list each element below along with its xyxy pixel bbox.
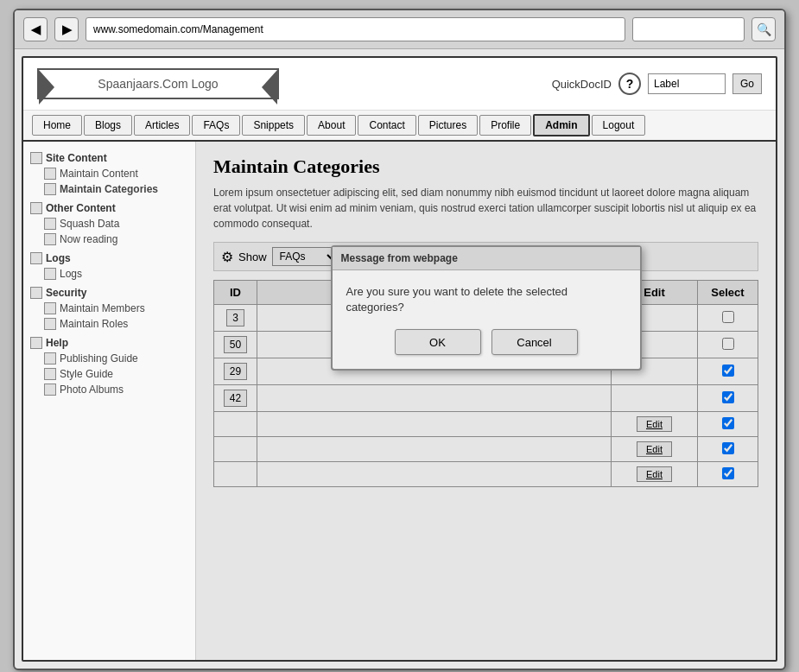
browser-toolbar: ◀ ▶ 🔍: [15, 10, 784, 49]
sidebar-item-icon: [44, 183, 56, 195]
nav-logout[interactable]: Logout: [592, 115, 646, 136]
sidebar-item-publishing-guide[interactable]: Publishing Guide: [30, 351, 188, 366]
sidebar-item-icon: [44, 318, 56, 330]
sidebar-section-title-help: Help: [30, 337, 188, 349]
browser-search-button[interactable]: 🔍: [751, 17, 776, 41]
nav-admin[interactable]: Admin: [533, 114, 589, 136]
sidebar-item-now-reading[interactable]: Now reading: [30, 231, 188, 247]
header-right: QuickDocID ? Go: [552, 73, 762, 95]
sidebar-item-maintain-content[interactable]: Maintain Content: [30, 166, 188, 181]
nav-bar: Home Blogs Articles FAQs Snippets About …: [23, 111, 776, 142]
modal-cancel-button[interactable]: Cancel: [491, 329, 578, 355]
modal-dialog: Message from webpage Are you sure you wa…: [331, 245, 642, 371]
sidebar-item-maintain-categories[interactable]: Maintain Categories: [30, 181, 188, 197]
back-button[interactable]: ◀: [23, 17, 48, 41]
sidebar-section-title-other-content: Other Content: [30, 202, 188, 214]
sidebar-item-squash-data[interactable]: Squash Data: [30, 216, 188, 231]
modal-overlay: Message from webpage Are you sure you wa…: [196, 142, 776, 660]
sidebar-section-icon: [30, 337, 42, 349]
nav-pictures[interactable]: Pictures: [418, 115, 478, 136]
url-bar[interactable]: [86, 17, 625, 41]
sidebar-section-other-content: Other Content Squash Data Now reading: [30, 202, 188, 247]
nav-profile[interactable]: Profile: [479, 115, 531, 136]
sidebar-section-security: Security Maintain Members Maintain Roles: [30, 287, 188, 332]
main-layout: Site Content Maintain Content Maintain C…: [23, 142, 776, 660]
sidebar-section-title-site-content: Site Content: [30, 152, 188, 164]
nav-faqs[interactable]: FAQs: [192, 115, 240, 136]
nav-home[interactable]: Home: [32, 115, 82, 136]
sidebar-section-icon: [30, 152, 42, 164]
help-button[interactable]: ?: [618, 73, 641, 95]
sidebar-item-maintain-members[interactable]: Maintain Members: [30, 301, 188, 316]
sidebar-item-icon: [44, 168, 56, 180]
sidebar-section-icon: [30, 202, 42, 214]
sidebar-item-icon: [44, 368, 56, 380]
modal-body: Are you sure you want to delete the sele…: [333, 270, 640, 369]
nav-blogs[interactable]: Blogs: [84, 115, 132, 136]
sidebar-section-title-logs: Logs: [30, 252, 188, 264]
main-area: Maintain Categories Lorem ipsum onsectet…: [196, 142, 776, 660]
nav-about[interactable]: About: [307, 115, 356, 136]
nav-contact[interactable]: Contact: [358, 115, 415, 136]
forward-button[interactable]: ▶: [54, 17, 79, 41]
page-content: Spaanjaars.Com Logo QuickDocID ? Go Home…: [22, 56, 777, 662]
sidebar-section-site-content: Site Content Maintain Content Maintain C…: [30, 152, 188, 197]
modal-title: Message from webpage: [341, 252, 458, 264]
quickdoc-label: QuickDocID: [552, 78, 612, 91]
modal-ok-button[interactable]: OK: [395, 329, 481, 355]
sidebar-item-logs[interactable]: Logs: [30, 266, 188, 282]
sidebar-section-help: Help Publishing Guide Style Guide Photo …: [30, 337, 188, 397]
sidebar-item-icon: [44, 384, 56, 396]
sidebar-item-icon: [44, 233, 56, 245]
modal-message: Are you sure you want to delete the sele…: [346, 284, 626, 315]
sidebar-section-title-security: Security: [30, 287, 188, 299]
sidebar-item-icon: [44, 352, 56, 365]
sidebar-section-logs: Logs Logs: [30, 252, 188, 282]
sidebar-item-icon: [44, 268, 56, 280]
sidebar-item-icon: [44, 218, 56, 230]
browser-search-input[interactable]: [632, 17, 745, 41]
sidebar-item-photo-albums[interactable]: Photo Albums: [30, 382, 188, 397]
sidebar-item-icon: [44, 302, 56, 314]
site-logo: Spaanjaars.Com Logo: [37, 68, 279, 99]
quickdoc-input[interactable]: [648, 73, 726, 94]
site-header: Spaanjaars.Com Logo QuickDocID ? Go: [23, 58, 776, 111]
sidebar-section-icon: [30, 287, 42, 299]
sidebar: Site Content Maintain Content Maintain C…: [23, 142, 196, 660]
sidebar-item-style-guide[interactable]: Style Guide: [30, 366, 188, 382]
modal-buttons: OK Cancel: [346, 329, 626, 355]
sidebar-item-maintain-roles[interactable]: Maintain Roles: [30, 316, 188, 332]
nav-snippets[interactable]: Snippets: [242, 115, 305, 136]
nav-articles[interactable]: Articles: [134, 115, 190, 136]
sidebar-section-icon: [30, 252, 42, 264]
browser-window: ◀ ▶ 🔍 Spaanjaars.Com Logo QuickDocID ? G…: [13, 9, 786, 670]
modal-titlebar: Message from webpage: [333, 247, 640, 270]
go-button[interactable]: Go: [732, 73, 762, 94]
